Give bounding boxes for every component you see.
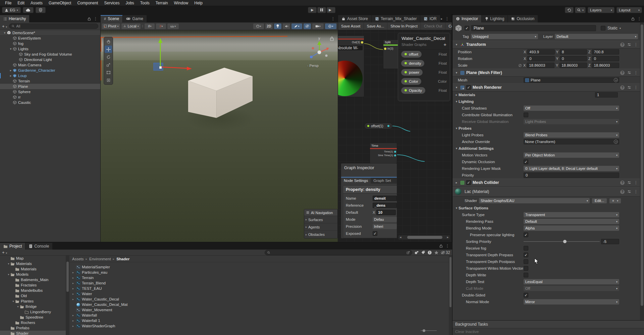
static-dropdown-icon[interactable]: ▾ [620, 27, 621, 30]
project-file-waterfall-1[interactable]: ▸Waterfall 1 [69, 318, 449, 323]
tab-lighting[interactable]: Lighting [482, 15, 507, 22]
slider-value[interactable]: -5 [601, 239, 619, 244]
breadcrumb-shader[interactable]: Shader [116, 257, 129, 261]
gizmos-dropdown[interactable]: ▾ [325, 23, 336, 29]
local-dropdown[interactable]: Local▾ [121, 23, 140, 29]
menu-edit[interactable]: Edit [14, 0, 28, 6]
sg-button-save-asset[interactable]: Save Asset [338, 22, 364, 30]
rect-tool-button[interactable] [105, 69, 112, 76]
component-header-plane-mesh-filter-[interactable]: ▾Plane (Mesh Filter)?⋮ [452, 69, 640, 77]
project-folder-lingonberry[interactable]: LingonBerry [0, 309, 66, 315]
sg-button-save-as-[interactable]: Save As... [364, 22, 388, 30]
menu-assets[interactable]: Assets [28, 0, 46, 6]
tab-ior[interactable]: IOR [420, 15, 440, 22]
materials-count-field[interactable]: 1 [595, 92, 618, 97]
menu-window[interactable]: Window [171, 0, 192, 6]
checkbox-receive-fog[interactable] [524, 246, 528, 251]
tab-node-settings[interactable]: Node Settings [341, 178, 371, 184]
layout-dropdown[interactable]: Layout ▾ [616, 7, 642, 13]
active-checkbox[interactable]: ✓ [465, 26, 469, 30]
link-icon[interactable] [518, 64, 522, 67]
breadcrumb-assets[interactable]: Assets [72, 257, 84, 261]
sg-button-show-in-project[interactable]: Show In Project [387, 22, 421, 30]
tab-graph-settings[interactable]: Graph Set [371, 178, 393, 184]
slider-sorting-priority[interactable] [524, 241, 600, 242]
project-folder-fractales[interactable]: Fractales [0, 282, 66, 288]
foldout-lighting[interactable]: ▾Lighting [452, 98, 640, 105]
objectfield-anchor-override[interactable]: None (Transform) [524, 139, 619, 144]
kebab-menu-icon[interactable]: ⋮ [634, 42, 638, 47]
kebab-menu-icon[interactable]: ⋮ [445, 244, 449, 248]
shader-menu-button[interactable]: ≡▾ [609, 198, 621, 204]
hierarchy-item-main-camera[interactable]: Main Camera [0, 62, 100, 68]
tab-game[interactable]: Game [123, 15, 147, 22]
hierarchy-item-loup[interactable]: ▸Loup [0, 73, 100, 78]
project-file-watershadergraph[interactable]: ▸WaterShaderGraph [69, 323, 449, 329]
lock-icon[interactable] [631, 17, 635, 21]
hierarchy-search-input[interactable]: All [9, 23, 98, 29]
foldout-probes[interactable]: ▾Probes [452, 125, 640, 132]
hierarchy-item-sky-and-fog-global-volume[interactable]: Sky and Fog Global Volume [0, 52, 100, 57]
checkbox-depth-write[interactable] [524, 273, 528, 277]
field-y[interactable]: 0 [560, 56, 587, 61]
space-dropdown[interactable]: Absolute W▾ [338, 46, 363, 50]
blackboard-property[interactable]: offsetFloat [398, 50, 450, 59]
dropdown-receive-global-illumination[interactable]: Light Probes▾ [524, 119, 619, 124]
layer-dropdown[interactable]: Default▾ [555, 34, 638, 39]
hierarchy-item-caustic[interactable]: Caustic [0, 100, 100, 105]
blackboard-property[interactable]: powerFloat [398, 68, 450, 77]
graph-inspector-title[interactable]: Graph Inspector [341, 163, 397, 172]
field-z[interactable]: 18.86003 [592, 63, 619, 68]
field-x[interactable]: 18.86003 [527, 63, 554, 68]
kebab-menu-icon[interactable]: ⋮ [637, 16, 641, 21]
dropdown-rendering-layer-mask[interactable]: 0: Light Layer default, 8: Decal Layer d… [524, 166, 619, 171]
hidden-count[interactable]: 32 [441, 250, 450, 255]
scene-viewport[interactable]: y ‹ Persp AI Navigation [101, 30, 338, 242]
help-icon[interactable]: ? [620, 43, 625, 47]
project-file-terrain-blend[interactable]: ▸Terrain_Blend [69, 280, 449, 286]
project-folder-speedtree[interactable]: Speedtree [0, 315, 66, 320]
kebab-menu-icon[interactable]: ⋮ [445, 16, 449, 21]
project-folder-bridge[interactable]: ▾Bridge [0, 304, 66, 309]
project-folder-prefabs[interactable]: Prefabs [0, 325, 66, 331]
orientation-gizmo[interactable]: y [307, 35, 336, 62]
tab-inspector[interactable]: Inspector [452, 15, 481, 22]
shadergraph-canvas[interactable]: Out(3) Absolute W▾ Split In(3) Water_Cau… [338, 30, 452, 242]
checkbox-contribute-global-illumination[interactable] [524, 113, 528, 117]
tab-asset-store[interactable]: Asset Store [338, 15, 371, 22]
projection-label[interactable]: ‹ Persp [307, 64, 319, 68]
2d-toggle[interactable]: 2D [265, 23, 273, 29]
project-folder-map[interactable]: Map [0, 256, 66, 261]
gi-dropdown[interactable]: Inheri [373, 224, 397, 229]
project-file-waterfall[interactable]: ▸Waterfall [69, 313, 449, 318]
output-port[interactable] [394, 154, 396, 156]
project-folder-materials[interactable]: ▾Materials [0, 261, 66, 266]
scene-cube[interactable] [187, 68, 253, 118]
component-enabled-checkbox[interactable]: ✓ [466, 180, 471, 185]
tab-scene[interactable]: # Scene [101, 15, 122, 22]
checkbox-transparent-writes-motion-vectors[interactable] [524, 266, 528, 271]
help-icon[interactable]: ? [620, 190, 625, 194]
hierarchy-item-sphere[interactable]: Sphere [0, 89, 100, 94]
lighting-toggle[interactable] [274, 23, 281, 29]
dropdown-normal-mode[interactable]: Mirror▾ [524, 299, 619, 305]
menu-gameobject[interactable]: GameObject [46, 0, 74, 6]
ai-nav-agents[interactable]: ▸Agents [304, 223, 337, 231]
transform-tool-button[interactable] [105, 76, 112, 84]
gi-dropdown[interactable]: Defau [373, 217, 397, 222]
kebab-menu-icon[interactable]: ⋮ [634, 70, 638, 75]
output-port[interactable] [387, 125, 389, 127]
project-file-terrain[interactable]: ▸Terrain [69, 275, 449, 280]
tab-terrain-mix-shader[interactable]: Terrain_Mix_Shader [372, 15, 420, 22]
project-file-water-movement[interactable]: Water_Movement [69, 307, 449, 313]
blackboard-property[interactable]: ColorColor [398, 77, 450, 86]
project-folder-mandelbulbs[interactable]: Mandelbulbs [0, 288, 66, 293]
ai-navigation-header[interactable]: AI Navigation [304, 209, 337, 216]
breadcrumb-environment[interactable]: Environment [89, 257, 111, 261]
project-folder-rochers[interactable]: Rochers [0, 320, 66, 325]
gi-field[interactable]: _dens [373, 203, 397, 208]
rotate-tool-button[interactable] [105, 53, 112, 61]
dropdown-cull-mode[interactable]: Off▾ [524, 286, 619, 291]
node-offset[interactable]: offset(1) [364, 123, 392, 129]
hierarchy-item-eventsystem[interactable]: EventSystem [0, 36, 100, 41]
